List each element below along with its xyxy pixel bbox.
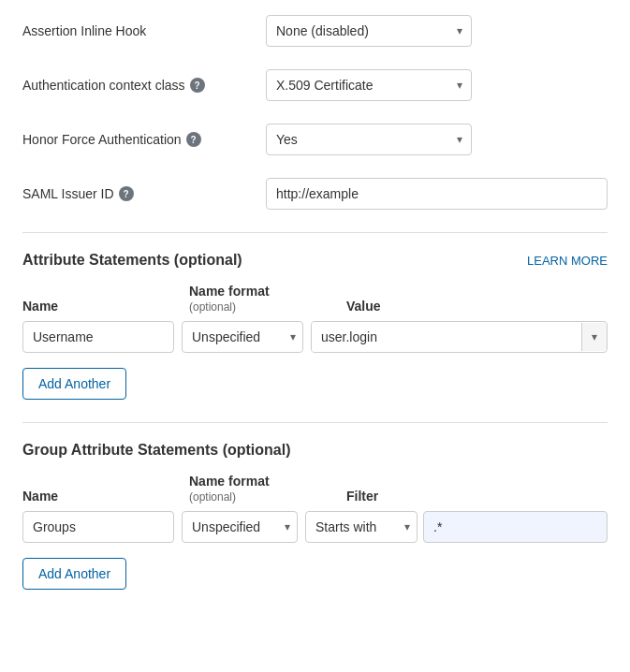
saml-issuer-help-icon[interactable]: ? <box>119 186 134 201</box>
group-col-header-name-format-text: Name format <box>189 474 270 489</box>
attr-name-format-select-0[interactable]: Unspecified URI Reference Basic <box>182 321 303 353</box>
honor-force-auth-select-wrapper[interactable]: Yes <box>266 124 472 155</box>
attribute-statements-title: Attribute Statements (optional) <box>22 252 242 269</box>
attribute-statement-row-0: Unspecified URI Reference Basic ▾ <box>22 321 608 353</box>
group-attr-name-format-select-0[interactable]: Unspecified URI Reference Basic <box>182 511 298 543</box>
attr-value-input-0[interactable] <box>312 322 581 352</box>
assertion-inline-hook-label: Assertion Inline Hook <box>22 23 266 38</box>
attr-value-arrow-btn-0[interactable]: ▾ <box>581 323 607 351</box>
group-col-header-name: Name <box>22 489 182 504</box>
auth-context-class-control: X.509 Certificate <box>266 69 608 101</box>
auth-context-class-select[interactable]: X.509 Certificate <box>266 69 472 101</box>
auth-context-class-row: Authentication context class ? X.509 Cer… <box>22 69 608 101</box>
saml-issuer-id-row: SAML Issuer ID ? <box>22 178 608 210</box>
auth-context-class-label: Authentication context class ? <box>22 78 266 93</box>
saml-issuer-id-input[interactable] <box>266 178 608 210</box>
group-attribute-statements-title: Group Attribute Statements (optional) <box>22 442 291 459</box>
attribute-statements-col-headers: Name Name format (optional) Value <box>22 284 608 314</box>
group-attribute-statement-row-0: Unspecified URI Reference Basic Starts w… <box>22 511 608 543</box>
label-text: SAML Issuer ID <box>22 186 114 201</box>
group-attribute-statements-header: Group Attribute Statements (optional) <box>22 442 608 459</box>
auth-context-class-select-wrapper[interactable]: X.509 Certificate <box>266 69 472 101</box>
assertion-inline-hook-select-wrapper[interactable]: None (disabled) <box>266 15 472 47</box>
group-col-header-filter: Filter <box>346 489 608 504</box>
attribute-statements-header: Attribute Statements (optional) LEARN MO… <box>22 252 608 269</box>
col-header-name-format-sub: (optional) <box>189 300 236 314</box>
saml-issuer-id-control <box>266 178 608 210</box>
col-header-name-format-text: Name format <box>189 284 270 299</box>
label-text: Honor Force Authentication <box>22 132 182 147</box>
add-another-group-attr-button[interactable]: Add Another <box>22 558 126 590</box>
label-text: Assertion Inline Hook <box>22 23 146 38</box>
honor-force-auth-label: Honor Force Authentication ? <box>22 132 266 147</box>
assertion-inline-hook-control: None (disabled) <box>266 15 608 47</box>
label-text: Authentication context class <box>22 78 185 93</box>
auth-context-help-icon[interactable]: ? <box>190 78 205 93</box>
honor-force-auth-select[interactable]: Yes <box>266 124 472 155</box>
honor-force-auth-row: Honor Force Authentication ? Yes <box>22 124 608 155</box>
divider-2 <box>22 422 608 423</box>
group-attr-name-format-select-wrapper-0[interactable]: Unspecified URI Reference Basic <box>182 511 298 543</box>
group-attribute-statements-col-headers: Name Name format (optional) Filter <box>22 474 608 504</box>
col-header-name-format: Name format (optional) <box>189 284 339 314</box>
divider-1 <box>22 232 608 233</box>
attr-value-wrapper-0: ▾ <box>311 321 608 353</box>
col-header-name: Name <box>22 299 182 314</box>
group-filter-wrapper-0: Starts with Equals Contains Matches rege… <box>305 511 608 543</box>
attr-name-input-0[interactable] <box>22 321 174 353</box>
group-col-header-name-format: Name format (optional) <box>189 474 339 504</box>
honor-force-auth-help-icon[interactable]: ? <box>186 132 201 147</box>
group-attr-name-input-0[interactable] <box>22 511 174 543</box>
group-filter-type-select-0[interactable]: Starts with Equals Contains Matches rege… <box>305 511 418 543</box>
assertion-inline-hook-select[interactable]: None (disabled) <box>266 15 472 47</box>
add-another-attr-button[interactable]: Add Another <box>22 368 126 400</box>
col-header-value: Value <box>346 299 608 314</box>
saml-issuer-id-label: SAML Issuer ID ? <box>22 186 266 201</box>
attribute-statements-learn-more[interactable]: LEARN MORE <box>527 254 608 268</box>
group-filter-type-select-wrapper-0[interactable]: Starts with Equals Contains Matches rege… <box>305 511 418 543</box>
group-filter-value-input-0[interactable] <box>423 511 608 543</box>
group-col-header-name-format-sub: (optional) <box>189 490 236 504</box>
form-container: Assertion Inline Hook None (disabled) Au… <box>0 0 630 605</box>
attr-name-format-select-wrapper-0[interactable]: Unspecified URI Reference Basic <box>182 321 303 353</box>
honor-force-auth-control: Yes <box>266 124 608 155</box>
assertion-inline-hook-row: Assertion Inline Hook None (disabled) <box>22 15 608 47</box>
